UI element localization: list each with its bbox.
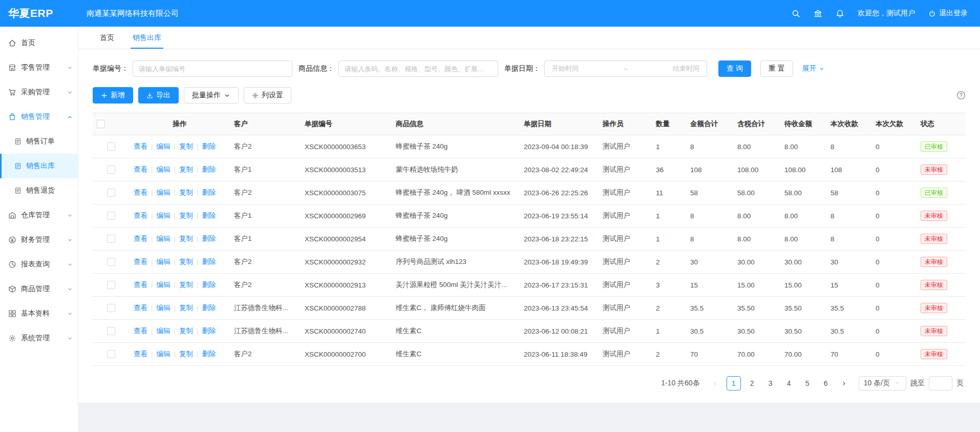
action-view[interactable]: 查看: [134, 142, 147, 150]
batch-operations-button[interactable]: 批量操作: [184, 87, 239, 104]
row-checkbox[interactable]: [107, 304, 115, 312]
sidebar-item-purchase[interactable]: 采购管理: [0, 80, 78, 105]
sidebar-item-system[interactable]: 系统管理: [0, 326, 78, 351]
action-view[interactable]: 查看: [134, 212, 147, 219]
page-number-2[interactable]: 2: [745, 376, 759, 390]
sidebar-item-basedata[interactable]: 基本资料: [0, 301, 78, 326]
action-delete[interactable]: 删除: [202, 166, 216, 173]
column-settings-button[interactable]: 列设置: [244, 87, 291, 104]
action-copy[interactable]: 复制: [179, 258, 193, 265]
action-copy[interactable]: 复制: [179, 166, 193, 173]
action-view[interactable]: 查看: [134, 304, 147, 312]
sidebar-item-finance[interactable]: 财务管理: [0, 228, 78, 252]
bell-icon[interactable]: [836, 9, 844, 18]
row-checkbox[interactable]: [107, 142, 115, 151]
sidebar-item-home[interactable]: 首页: [0, 31, 78, 55]
action-edit[interactable]: 编辑: [157, 350, 171, 358]
action-view[interactable]: 查看: [134, 327, 147, 335]
action-view[interactable]: 查看: [134, 258, 147, 265]
date-range-picker[interactable]: 开始时间 ~ 结束时间: [544, 60, 707, 77]
expand-link[interactable]: 展开: [802, 64, 824, 73]
chevron-down-icon: [224, 92, 230, 99]
bill-no-input[interactable]: [133, 60, 292, 77]
row-checkbox[interactable]: [107, 281, 115, 289]
cell-tax_total: 58.00: [733, 181, 780, 204]
page-number-1[interactable]: 1: [727, 376, 741, 390]
tab-home[interactable]: 首页: [91, 27, 123, 49]
action-edit[interactable]: 编辑: [157, 281, 171, 289]
action-copy[interactable]: 复制: [179, 350, 193, 358]
action-edit[interactable]: 编辑: [157, 304, 171, 312]
action-view[interactable]: 查看: [134, 189, 147, 196]
reset-button[interactable]: 重 置: [760, 60, 793, 77]
sidebar-item-sales-order[interactable]: 销售订单: [0, 129, 78, 154]
action-edit[interactable]: 编辑: [157, 327, 171, 335]
action-delete[interactable]: 删除: [202, 327, 216, 335]
select-all-checkbox[interactable]: [97, 120, 105, 128]
power-icon: [928, 10, 936, 17]
row-checkbox[interactable]: [107, 212, 115, 220]
action-edit[interactable]: 编辑: [157, 258, 171, 265]
action-view[interactable]: 查看: [134, 235, 147, 242]
jump-page-input[interactable]: [929, 376, 952, 390]
page-size-select[interactable]: 10 条/页: [859, 376, 906, 390]
action-edit[interactable]: 编辑: [157, 235, 171, 242]
row-checkbox[interactable]: [107, 235, 115, 243]
bank-icon[interactable]: [814, 9, 822, 18]
logout-button[interactable]: 退出登录: [928, 9, 968, 18]
action-view[interactable]: 查看: [134, 281, 147, 289]
column-header: 商品信息: [392, 113, 520, 135]
action-edit[interactable]: 编辑: [157, 166, 171, 173]
action-delete[interactable]: 删除: [202, 350, 216, 358]
search-icon[interactable]: [792, 9, 800, 18]
action-delete[interactable]: 删除: [202, 212, 216, 219]
page-number-4[interactable]: 4: [782, 376, 796, 390]
date-start-input[interactable]: 开始时间: [552, 64, 579, 73]
add-button[interactable]: 新增: [93, 87, 133, 104]
sidebar-item-sales-return[interactable]: 销售退货: [0, 178, 78, 203]
action-copy[interactable]: 复制: [179, 142, 193, 150]
action-copy[interactable]: 复制: [179, 327, 193, 335]
action-copy[interactable]: 复制: [179, 189, 193, 196]
action-separator: |: [174, 189, 176, 196]
sidebar-item-goods[interactable]: 商品管理: [0, 277, 78, 301]
action-copy[interactable]: 复制: [179, 281, 193, 289]
sidebar-item-report[interactable]: 报表查询: [0, 252, 78, 277]
action-edit[interactable]: 编辑: [157, 212, 171, 219]
sidebar-item-sales[interactable]: 销售管理: [0, 105, 78, 129]
sidebar-item-retail[interactable]: 零售管理: [0, 55, 78, 80]
action-view[interactable]: 查看: [134, 166, 147, 173]
sidebar-item-sales-outbound[interactable]: 销售出库: [0, 154, 78, 178]
next-page-button[interactable]: [837, 376, 851, 390]
action-copy[interactable]: 复制: [179, 304, 193, 312]
action-delete[interactable]: 删除: [202, 304, 216, 312]
action-edit[interactable]: 编辑: [157, 189, 171, 196]
page-number-5[interactable]: 5: [800, 376, 815, 390]
action-delete[interactable]: 删除: [202, 258, 216, 265]
sidebar-item-warehouse[interactable]: 仓库管理: [0, 203, 78, 228]
action-delete[interactable]: 删除: [202, 281, 216, 289]
action-view[interactable]: 查看: [134, 350, 147, 358]
row-checkbox[interactable]: [107, 166, 115, 174]
action-delete[interactable]: 删除: [202, 235, 216, 242]
export-button[interactable]: 导出: [138, 87, 179, 104]
page-number-3[interactable]: 3: [763, 376, 778, 390]
goods-info-input[interactable]: [338, 60, 498, 77]
action-delete[interactable]: 删除: [202, 142, 216, 150]
prev-page-button[interactable]: [708, 376, 722, 390]
row-checkbox[interactable]: [107, 189, 115, 197]
action-delete[interactable]: 删除: [202, 189, 216, 196]
date-end-input[interactable]: 结束时间: [673, 64, 699, 73]
action-copy[interactable]: 复制: [179, 212, 193, 219]
page-number-6[interactable]: 6: [819, 376, 833, 390]
action-edit[interactable]: 编辑: [157, 142, 171, 150]
system-icon: [8, 334, 16, 342]
row-checkbox[interactable]: [107, 258, 115, 266]
action-copy[interactable]: 复制: [179, 235, 193, 242]
row-checkbox[interactable]: [107, 350, 115, 358]
search-button[interactable]: 查 询: [718, 60, 751, 77]
tab-sales-outbound[interactable]: 销售出库: [123, 27, 171, 49]
action-separator: |: [197, 350, 199, 358]
row-checkbox[interactable]: [107, 327, 115, 335]
help-icon[interactable]: [956, 91, 966, 100]
